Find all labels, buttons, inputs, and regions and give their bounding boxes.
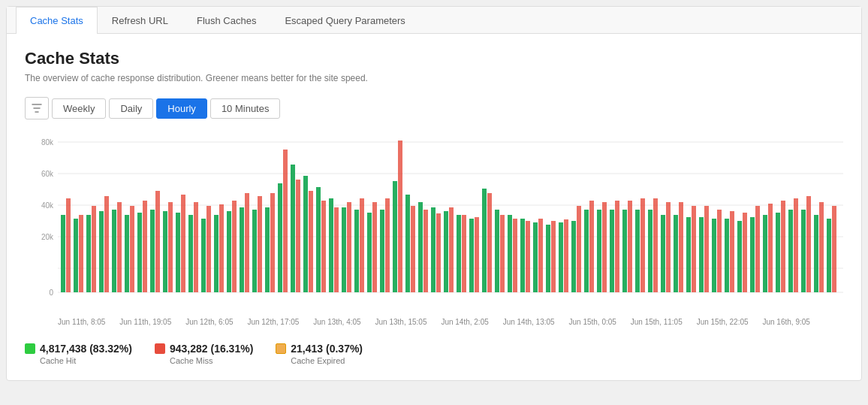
filter-icon [32, 103, 42, 113]
tab-escaped-query[interactable]: Escaped Query Parameters [270, 7, 419, 34]
svg-rect-74 [462, 215, 466, 292]
svg-rect-35 [214, 215, 219, 292]
x-label-10: Jun 15th, 22:05 [697, 318, 749, 326]
legend-cache-expired: 21,413 (0.37%) Cache Expired [276, 343, 363, 365]
x-label-3: Jun 12th, 17:05 [247, 318, 299, 326]
svg-rect-118 [743, 213, 747, 292]
svg-rect-55 [342, 207, 346, 292]
filter-icon-button[interactable] [25, 97, 49, 119]
legend-expired-dot [276, 343, 286, 354]
svg-rect-46 [283, 150, 288, 292]
svg-rect-14 [79, 215, 83, 292]
svg-rect-58 [360, 198, 364, 292]
svg-rect-106 [666, 202, 671, 292]
svg-rect-94 [589, 201, 594, 292]
legend-miss-value: 943,282 (16.31%) [155, 343, 253, 355]
svg-rect-52 [321, 201, 326, 292]
svg-rect-105 [661, 215, 665, 292]
svg-rect-125 [788, 210, 793, 292]
legend-hit-dot [25, 343, 35, 354]
tab-cache-stats[interactable]: Cache Stats [16, 7, 98, 34]
svg-rect-51 [316, 187, 321, 292]
filter-btn-weekly[interactable]: Weekly [52, 98, 106, 119]
svg-rect-21 [125, 215, 129, 292]
svg-rect-101 [635, 210, 640, 292]
svg-rect-121 [763, 215, 767, 292]
svg-rect-64 [398, 141, 402, 292]
svg-rect-34 [206, 206, 211, 292]
svg-rect-116 [730, 211, 734, 292]
svg-rect-93 [584, 210, 589, 292]
svg-rect-100 [628, 201, 632, 292]
svg-rect-89 [559, 222, 563, 292]
svg-rect-131 [827, 219, 831, 292]
svg-rect-114 [717, 210, 722, 292]
svg-rect-20 [117, 202, 122, 292]
svg-rect-82 [513, 219, 517, 292]
svg-text:40k: 40k [41, 201, 54, 210]
svg-rect-129 [814, 215, 818, 292]
legend-miss-number: 943,282 (16.31%) [170, 343, 253, 355]
svg-rect-28 [168, 202, 173, 292]
legend-expired-label: Cache Expired [291, 356, 363, 365]
legend-hit-value: 4,817,438 (83.32%) [25, 343, 132, 355]
svg-rect-85 [533, 222, 538, 292]
svg-rect-91 [571, 221, 576, 292]
svg-rect-107 [674, 215, 678, 292]
legend: 4,817,438 (83.32%) Cache Hit 943,282 (16… [25, 337, 843, 365]
svg-rect-12 [66, 198, 71, 292]
svg-text:0: 0 [49, 289, 53, 297]
svg-rect-29 [176, 213, 180, 292]
svg-rect-110 [692, 206, 696, 292]
legend-hit-number: 4,817,438 (83.32%) [40, 343, 132, 355]
svg-rect-37 [227, 211, 231, 292]
svg-rect-79 [495, 210, 499, 292]
svg-rect-127 [801, 210, 806, 292]
legend-miss-dot [155, 343, 165, 354]
filter-bar: Weekly Daily Hourly 10 Minutes [25, 97, 843, 119]
svg-rect-33 [201, 219, 206, 292]
svg-rect-26 [155, 191, 160, 292]
legend-expired-number: 21,413 (0.37%) [291, 343, 363, 355]
svg-rect-69 [431, 207, 436, 292]
svg-rect-122 [768, 204, 773, 292]
svg-rect-115 [725, 219, 729, 292]
tab-refresh-url[interactable]: Refresh URL [98, 7, 182, 34]
tab-flush-caches[interactable]: Flush Caches [182, 7, 270, 34]
svg-rect-81 [508, 215, 512, 292]
svg-rect-112 [704, 206, 709, 292]
svg-rect-109 [686, 217, 691, 292]
svg-rect-44 [270, 193, 275, 292]
svg-rect-90 [564, 219, 568, 292]
svg-rect-40 [245, 193, 249, 292]
svg-rect-50 [309, 191, 313, 292]
svg-rect-68 [423, 210, 428, 292]
filter-btn-hourly[interactable]: Hourly [156, 98, 207, 119]
filter-btn-10min[interactable]: 10 Minutes [210, 98, 281, 119]
x-label-8: Jun 15th, 0:05 [569, 318, 616, 326]
svg-rect-57 [354, 210, 359, 292]
svg-rect-31 [188, 215, 193, 292]
svg-rect-83 [520, 219, 525, 292]
page-container: Cache Stats Refresh URL Flush Caches Esc… [6, 6, 862, 381]
svg-rect-102 [640, 198, 645, 292]
svg-rect-22 [130, 206, 134, 292]
svg-rect-88 [551, 221, 556, 292]
svg-text:80k: 80k [41, 138, 54, 147]
svg-rect-132 [832, 206, 836, 292]
svg-rect-87 [546, 225, 550, 292]
svg-rect-119 [750, 217, 755, 292]
svg-text:60k: 60k [41, 170, 54, 178]
legend-cache-miss: 943,282 (16.31%) Cache Miss [155, 343, 253, 365]
svg-rect-62 [385, 198, 390, 292]
svg-rect-126 [794, 198, 798, 292]
svg-rect-80 [500, 215, 505, 292]
svg-rect-27 [163, 211, 167, 292]
x-label-4: Jun 13th, 4:05 [313, 318, 360, 326]
svg-rect-98 [615, 201, 619, 292]
x-label-5: Jun 13th, 15:05 [375, 318, 427, 326]
svg-rect-67 [418, 202, 423, 292]
filter-btn-daily[interactable]: Daily [109, 98, 153, 119]
svg-rect-66 [411, 206, 415, 292]
tab-bar: Cache Stats Refresh URL Flush Caches Esc… [7, 7, 861, 34]
